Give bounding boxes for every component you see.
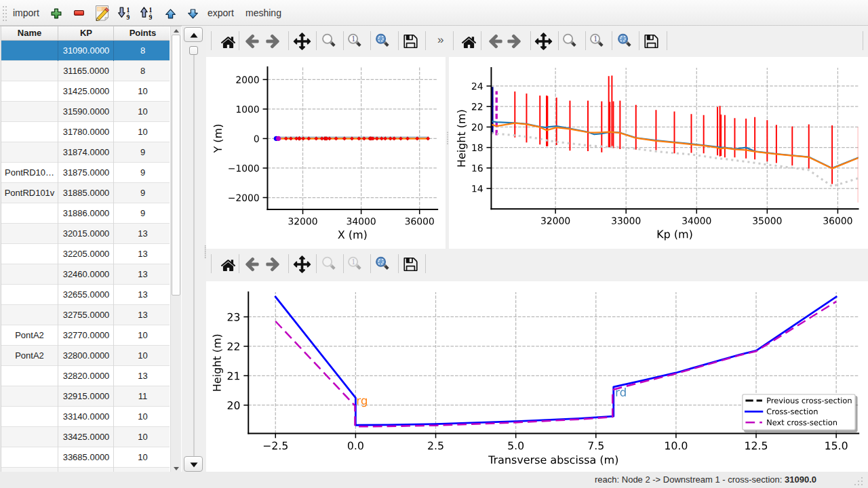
svg-text:1: 1	[351, 258, 355, 266]
svg-text:1: 1	[351, 35, 355, 43]
svg-text:1: 1	[127, 6, 130, 14]
svg-text:1: 1	[149, 6, 153, 14]
svg-text:9: 9	[149, 14, 152, 20]
svg-text:1: 1	[593, 35, 597, 43]
svg-text:9: 9	[126, 14, 130, 20]
